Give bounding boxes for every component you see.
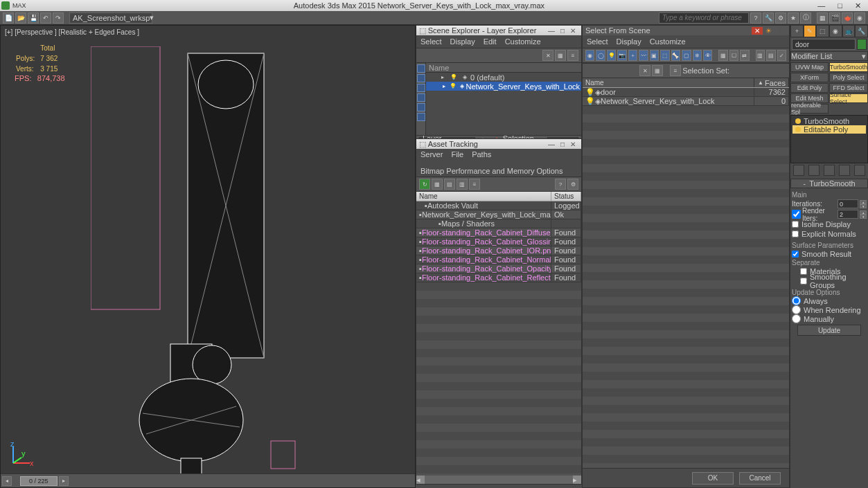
explicit-check[interactable] <box>792 231 799 237</box>
menu-customize[interactable]: Customize <box>650 37 686 46</box>
prev-frame-icon[interactable]: ◂ <box>2 476 12 486</box>
close-icon[interactable]: ✕ <box>752 27 763 35</box>
f-shape-icon[interactable]: ◯ <box>596 50 605 61</box>
modifier-stack[interactable]: TurboSmoothEditable Poly <box>790 115 868 163</box>
scene-explorer-tree[interactable]: Name ▸💡◈0 (default)▸💡◈Network_Server_Key… <box>426 63 581 135</box>
show-result-icon[interactable] <box>808 165 820 176</box>
stack-item[interactable]: TurboSmooth <box>792 117 866 125</box>
info-icon[interactable]: ⓘ <box>800 12 811 24</box>
stack-item[interactable]: Editable Poly <box>792 125 866 134</box>
teapot-icon[interactable]: 🫖 <box>842 12 853 24</box>
f-all-icon[interactable]: ▦ <box>718 50 727 61</box>
sun-icon[interactable]: ☀ <box>763 27 774 35</box>
object-name-input[interactable] <box>792 39 856 50</box>
at-icon2[interactable]: ▦ <box>432 179 443 190</box>
at-icon4[interactable]: ▥ <box>457 179 468 190</box>
scroll-left-icon[interactable]: ◂ <box>416 476 425 484</box>
f-col-icon[interactable]: ▥ <box>756 50 765 61</box>
when-rendering-radio[interactable] <box>792 305 801 314</box>
render-icon[interactable]: 🎬 <box>829 12 840 24</box>
smoothing-groups-check[interactable] <box>800 278 807 284</box>
table-row[interactable]: ▪Floor-standing_Rack_Cabinet_Normal.pngF… <box>416 255 581 264</box>
materials-check[interactable] <box>800 268 807 275</box>
tab-modify[interactable]: ✎ <box>804 25 817 37</box>
f-helper-icon[interactable]: + <box>628 50 637 61</box>
asset-tracking-title[interactable]: ⬚ Asset Tracking —□✕ <box>416 139 581 149</box>
tab-motion[interactable]: ◉ <box>829 25 842 37</box>
table-row[interactable]: ▪Maps / Shaders <box>416 219 581 228</box>
update-button[interactable]: Update <box>797 325 861 336</box>
table-row[interactable]: ▪Floor-standing_Rack_Cabinet_Opacity.png… <box>416 264 581 273</box>
table-row[interactable]: 💡◈Network_Server_Keys_with_Lock0 <box>583 97 789 106</box>
f-exp-icon[interactable]: ▤ <box>766 50 775 61</box>
modifier-button[interactable]: Poly Select <box>829 73 868 82</box>
modifier-button[interactable]: Surface Select <box>829 93 868 103</box>
table-row[interactable]: ▪Floor-standing_Rack_Cabinet_Glossiness.… <box>416 237 581 246</box>
color-swatch[interactable] <box>857 39 867 50</box>
filter-helper-icon[interactable] <box>417 103 425 111</box>
f-inv-icon[interactable]: ⇄ <box>740 50 749 61</box>
time-slider[interactable]: ◂ 0 / 225 ▸ <box>1 473 415 487</box>
workspace-dropdown[interactable]: AK_Screenshot_wrksp▾ <box>69 12 152 24</box>
menu-server[interactable]: Server <box>420 150 443 159</box>
table-row[interactable]: ▪Floor-standing_Rack_Cabinet_Diffuse_W..… <box>416 228 581 237</box>
f-xref-icon[interactable]: ⬚ <box>660 50 669 61</box>
iterations-spinner[interactable] <box>838 199 858 208</box>
close-icon[interactable]: ✕ <box>567 141 578 148</box>
del-icon[interactable]: ✕ <box>639 65 650 76</box>
filter-geom-icon[interactable] <box>417 64 425 73</box>
modifier-button[interactable]: renderable Spl <box>790 104 829 114</box>
config-icon[interactable] <box>854 165 865 176</box>
filter-icon[interactable]: ✕ <box>542 50 553 61</box>
f-frozen-icon[interactable]: ❄ <box>693 50 702 61</box>
menu-select[interactable]: Select <box>587 37 608 46</box>
scroll-right-icon[interactable]: ▸ <box>573 476 581 484</box>
modifier-button[interactable]: Edit Poly <box>790 83 829 93</box>
redo-icon[interactable]: ↷ <box>53 12 64 24</box>
maximize-icon[interactable]: □ <box>558 141 567 148</box>
table-row[interactable]: 💡◈door7362 <box>583 88 789 97</box>
f-geom-icon[interactable]: ◉ <box>585 50 594 61</box>
refresh-icon[interactable]: ↻ <box>419 179 430 190</box>
undo-icon[interactable]: ↶ <box>40 12 51 24</box>
at-icon3[interactable]: ▤ <box>444 179 455 190</box>
star-icon[interactable]: ★ <box>788 12 799 24</box>
new-icon[interactable]: 📄 <box>3 12 14 24</box>
f-none-icon[interactable]: ☐ <box>729 50 738 61</box>
menu-display[interactable]: Display <box>617 37 641 46</box>
sort-icon[interactable]: ≡ <box>567 50 578 61</box>
axis-gizmo[interactable]: zxy <box>8 441 35 470</box>
f-cam-icon[interactable]: 📷 <box>617 50 626 61</box>
unique-icon[interactable] <box>824 165 835 176</box>
minimize-icon[interactable]: — <box>812 1 831 10</box>
tree-row[interactable]: ▸💡◈Network_Server_Keys_with_Lock <box>426 82 581 91</box>
open-icon[interactable]: 📂 <box>15 12 26 24</box>
remove-mod-icon[interactable] <box>839 165 850 176</box>
isoline-check[interactable] <box>792 221 799 228</box>
view2-icon[interactable]: ▦ <box>652 65 663 76</box>
smooth-result-check[interactable] <box>792 251 799 257</box>
filter-light-icon[interactable] <box>417 84 425 92</box>
maximize-icon[interactable]: □ <box>558 27 567 35</box>
save-icon[interactable]: 💾 <box>28 12 39 24</box>
gear-icon[interactable]: ⚙ <box>774 27 786 35</box>
menu-select[interactable]: Select <box>420 37 442 46</box>
search-input[interactable] <box>659 12 749 24</box>
time-handle[interactable]: 0 / 225 <box>20 476 57 486</box>
f-bone-icon[interactable]: 🦴 <box>671 50 680 61</box>
table-row[interactable]: ▪Network_Server_Keys_with_Lock_max_vray.… <box>416 210 581 219</box>
next-frame-icon[interactable]: ▸ <box>59 476 69 486</box>
at-icon5[interactable]: ≡ <box>469 179 480 190</box>
modifier-button[interactable]: UVW Map <box>790 62 829 72</box>
maximize-icon[interactable]: □ <box>832 1 848 10</box>
ok-button[interactable]: OK <box>692 472 734 485</box>
view-icon[interactable]: ▦ <box>555 50 566 61</box>
layer-icon[interactable]: ▦ <box>817 12 828 24</box>
tool2-icon[interactable]: ⚙ <box>775 12 786 24</box>
menu-file[interactable]: File <box>451 150 463 159</box>
tab-create[interactable]: + <box>790 25 804 37</box>
scene-explorer-title[interactable]: ⬚ Scene Explorer - Layer Explorer —□✕ <box>416 26 581 35</box>
material-icon[interactable]: ◉ <box>854 12 865 24</box>
modifier-button[interactable]: TurboSmooth <box>829 62 868 72</box>
turbosmooth-rollout[interactable]: - TurboSmooth <box>790 179 868 188</box>
